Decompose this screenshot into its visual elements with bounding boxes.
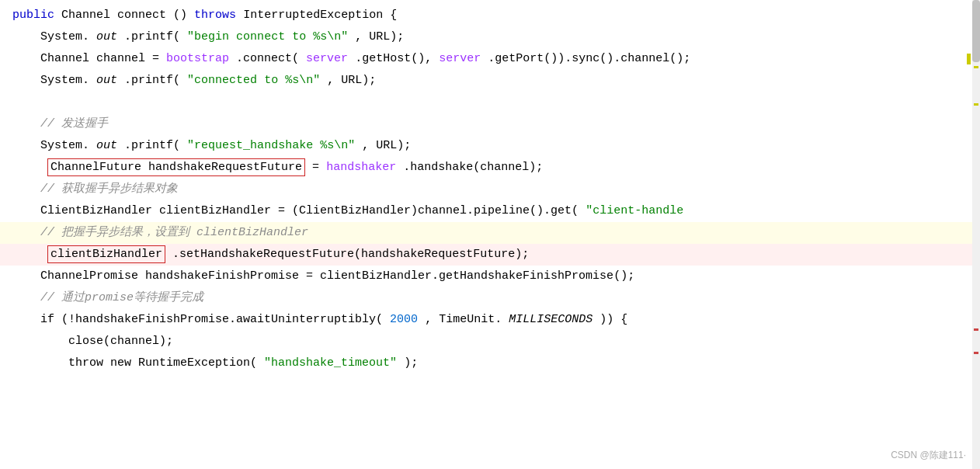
throw-close: );: [404, 356, 418, 370]
comment-wait-handshake: // 通过promise等待握手完成: [12, 289, 203, 307]
code-text: public Channel connect () throws Interru…: [12, 6, 397, 25]
system-class3: System.: [12, 139, 89, 152]
string-request-handshake: "request_handshake %s\n": [187, 139, 355, 152]
indent-space2: [12, 248, 40, 261]
out-field: out: [96, 30, 117, 43]
close-call: close(channel);: [12, 332, 173, 351]
paren: (): [173, 9, 194, 22]
type-channel: Channel: [61, 9, 117, 22]
method-printf: .printf(: [124, 30, 180, 43]
code-editor: public Channel connect () throws Interru…: [0, 0, 980, 469]
code-text: if (!handshakeFinishPromise.awaitUninter…: [12, 311, 627, 329]
yellow-marker: [967, 54, 971, 64]
exception-type: InterruptedException {: [243, 9, 397, 22]
scrollbar[interactable]: [972, 0, 980, 469]
if-close: )) {: [599, 313, 627, 326]
set-handshake-future: .setHandshakeRequestFuture(handshakeRequ…: [172, 248, 529, 261]
code-text: System. out .printf( "connected to %s\n"…: [12, 71, 376, 90]
code-line-4: System. out .printf( "connected to %s\n"…: [0, 70, 980, 92]
method-printf3: .printf(: [124, 139, 180, 152]
throw-stmt: throw new RuntimeException(: [12, 356, 257, 370]
string-begin-connect: "begin connect to %s\n": [187, 30, 348, 43]
channel-channel: Channel channel =: [12, 52, 166, 65]
server-var1: server: [306, 52, 348, 65]
args-url: , URL);: [355, 30, 404, 43]
code-line-9: // 获取握手异步结果对象: [0, 179, 980, 200]
code-line-5: [0, 92, 980, 113]
code-text: System. out .printf( "begin connect to %…: [12, 28, 404, 47]
comment-send-handshake: // 发送握手: [12, 115, 108, 134]
if-stmt: if (!handshakeFinishPromise.awaitUninter…: [12, 313, 383, 326]
handshake-call: .handshake(channel);: [403, 161, 543, 174]
code-line-10: ClientBizHandler clientBizHandler = (Cli…: [0, 200, 980, 222]
string-client-handle: "client-handle: [586, 204, 683, 217]
string-timeout: "handshake_timeout": [264, 356, 397, 370]
scroll-marker-1: [974, 66, 978, 68]
method-connect: connect: [117, 9, 166, 22]
code-line-8: ChannelFuture handshakeRequestFuture = h…: [0, 157, 980, 179]
watermark: CSDN @陈建111·: [891, 448, 966, 463]
string-connected: "connected to %s\n": [187, 74, 320, 87]
system-class: System.: [12, 30, 89, 43]
channelfuture-var-boxed: ChannelFuture handshakeRequestFuture: [47, 158, 305, 176]
comment-client-biz-italic: clientBizHandler: [196, 226, 308, 239]
bootstrap-var: bootstrap: [166, 52, 229, 65]
scroll-marker-3: [974, 328, 978, 331]
code-line-14: // 通过promise等待握手完成: [0, 287, 980, 309]
scrollbar-thumb[interactable]: [972, 0, 980, 62]
get-host: .getHost(),: [355, 52, 439, 65]
code-text: Channel channel = bootstrap .connect( se…: [12, 50, 690, 68]
code-line-2: System. out .printf( "begin connect to %…: [0, 26, 980, 48]
code-text: System. out .printf( "request_handshake …: [12, 137, 411, 155]
method-printf2: .printf(: [124, 74, 180, 87]
client-biz-handler-boxed: clientBizHandler: [47, 245, 165, 263]
code-line-6: // 发送握手: [0, 113, 980, 135]
handshaker-var: handshaker: [326, 161, 396, 174]
comment-get-async: // 获取握手异步结果对象: [12, 180, 178, 199]
code-text: ClientBizHandler clientBizHandler = (Cli…: [12, 202, 683, 221]
code-text: // 把握手异步结果，设置到 clientBizHandler: [12, 224, 308, 242]
out-field2: out: [96, 74, 117, 87]
server-var2: server: [439, 52, 481, 65]
code-line-3: Channel channel = bootstrap .connect( se…: [0, 48, 980, 70]
code-text: ChannelFuture handshakeRequestFuture = h…: [12, 158, 543, 177]
code-line-13: ChannelPromise handshakeFinishPromise = …: [0, 266, 980, 287]
channel-promise-line: ChannelPromise handshakeFinishPromise = …: [12, 267, 634, 286]
assign-op: =: [312, 161, 326, 174]
comment-set-result: // 把握手异步结果，设置到: [12, 226, 189, 239]
code-line-11: // 把握手异步结果，设置到 clientBizHandler: [0, 222, 980, 244]
scroll-marker-4: [974, 352, 978, 354]
connect-call: .connect(: [236, 52, 299, 65]
code-text: clientBizHandler .setHandshakeRequestFut…: [12, 245, 529, 264]
code-line-7: System. out .printf( "request_handshake …: [0, 135, 980, 157]
code-text: throw new RuntimeException( "handshake_t…: [12, 354, 418, 373]
code-line-17: throw new RuntimeException( "handshake_t…: [0, 353, 980, 374]
out-field3: out: [96, 139, 117, 152]
timeout-value: 2000: [390, 313, 418, 326]
client-biz-decl: ClientBizHandler clientBizHandler = (Cli…: [12, 204, 579, 217]
code-line-15: if (!handshakeFinishPromise.awaitUninter…: [0, 309, 980, 331]
system-class2: System.: [12, 74, 89, 87]
keyword-throws: throws: [194, 9, 236, 22]
get-port-sync: .getPort()).sync().channel();: [488, 52, 690, 65]
code-line-16: close(channel);: [0, 331, 980, 353]
args-url3: , URL);: [362, 139, 411, 152]
milliseconds-const: MILLISECONDS: [509, 313, 593, 326]
code-line-1: public Channel connect () throws Interru…: [0, 5, 980, 26]
indent-space: [12, 161, 40, 174]
keyword-public: public: [12, 9, 54, 22]
code-line-12: clientBizHandler .setHandshakeRequestFut…: [0, 244, 980, 266]
empty-line: [12, 93, 19, 112]
scroll-marker-2: [974, 103, 978, 106]
timeunit-ref: , TimeUnit.: [425, 313, 502, 326]
args-url2: , URL);: [327, 74, 376, 87]
